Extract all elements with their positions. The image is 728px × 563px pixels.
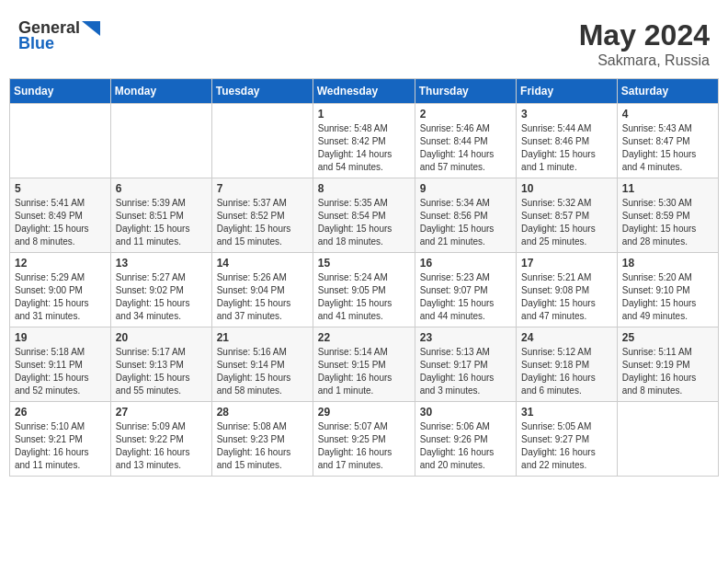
day-info: Sunrise: 5:46 AM Sunset: 8:44 PM Dayligh… bbox=[420, 122, 511, 174]
day-info: Sunrise: 5:26 AM Sunset: 9:04 PM Dayligh… bbox=[217, 271, 308, 323]
calendar-cell: 23Sunrise: 5:13 AM Sunset: 9:17 PM Dayli… bbox=[415, 327, 516, 402]
calendar-cell: 17Sunrise: 5:21 AM Sunset: 9:08 PM Dayli… bbox=[517, 253, 618, 327]
day-number: 1 bbox=[318, 108, 410, 121]
calendar-cell bbox=[10, 104, 111, 178]
calendar-cell: 20Sunrise: 5:17 AM Sunset: 9:13 PM Dayli… bbox=[110, 327, 211, 402]
calendar-cell: 14Sunrise: 5:26 AM Sunset: 9:04 PM Dayli… bbox=[211, 253, 313, 327]
calendar-cell: 2Sunrise: 5:46 AM Sunset: 8:44 PM Daylig… bbox=[415, 104, 516, 178]
day-info: Sunrise: 5:35 AM Sunset: 8:54 PM Dayligh… bbox=[318, 197, 410, 248]
calendar-cell: 22Sunrise: 5:14 AM Sunset: 9:15 PM Dayli… bbox=[313, 327, 415, 402]
calendar-cell: 6Sunrise: 5:39 AM Sunset: 8:51 PM Daylig… bbox=[110, 178, 211, 253]
calendar-cell: 1Sunrise: 5:48 AM Sunset: 8:42 PM Daylig… bbox=[313, 104, 415, 178]
calendar-cell: 15Sunrise: 5:24 AM Sunset: 9:05 PM Dayli… bbox=[313, 253, 415, 327]
day-number: 20 bbox=[116, 331, 207, 344]
day-info: Sunrise: 5:20 AM Sunset: 9:10 PM Dayligh… bbox=[622, 271, 713, 323]
calendar-cell bbox=[110, 104, 211, 178]
day-number: 15 bbox=[318, 257, 410, 270]
day-number: 5 bbox=[15, 182, 106, 195]
day-info: Sunrise: 5:10 AM Sunset: 9:21 PM Dayligh… bbox=[15, 420, 106, 472]
calendar-cell: 8Sunrise: 5:35 AM Sunset: 8:54 PM Daylig… bbox=[313, 178, 415, 253]
title-block: May 2024 Sakmara, Russia bbox=[579, 18, 710, 69]
page-header: General Blue May 2024 Sakmara, Russia bbox=[9, 9, 719, 74]
day-info: Sunrise: 5:44 AM Sunset: 8:46 PM Dayligh… bbox=[521, 122, 612, 174]
day-number: 14 bbox=[217, 257, 308, 270]
day-number: 10 bbox=[521, 182, 612, 195]
day-number: 24 bbox=[521, 331, 612, 344]
calendar-cell: 31Sunrise: 5:05 AM Sunset: 9:27 PM Dayli… bbox=[517, 402, 618, 477]
day-number: 18 bbox=[622, 257, 713, 270]
day-info: Sunrise: 5:12 AM Sunset: 9:18 PM Dayligh… bbox=[521, 346, 612, 397]
day-number: 30 bbox=[420, 406, 511, 419]
calendar-cell: 26Sunrise: 5:10 AM Sunset: 9:21 PM Dayli… bbox=[10, 402, 111, 477]
day-info: Sunrise: 5:23 AM Sunset: 9:07 PM Dayligh… bbox=[420, 271, 511, 323]
column-header-wednesday: Wednesday bbox=[313, 79, 415, 104]
column-header-saturday: Saturday bbox=[617, 79, 718, 104]
day-number: 7 bbox=[217, 182, 308, 195]
logo-flag-icon bbox=[82, 21, 100, 36]
month-year-title: May 2024 bbox=[579, 18, 710, 52]
day-info: Sunrise: 5:21 AM Sunset: 9:08 PM Dayligh… bbox=[521, 271, 612, 323]
day-number: 17 bbox=[521, 257, 612, 270]
day-info: Sunrise: 5:07 AM Sunset: 9:25 PM Dayligh… bbox=[318, 420, 410, 472]
calendar-header-row: SundayMondayTuesdayWednesdayThursdayFrid… bbox=[10, 79, 719, 104]
day-number: 31 bbox=[521, 406, 612, 419]
calendar-cell: 30Sunrise: 5:06 AM Sunset: 9:26 PM Dayli… bbox=[415, 402, 516, 477]
day-info: Sunrise: 5:09 AM Sunset: 9:22 PM Dayligh… bbox=[116, 420, 207, 472]
day-number: 11 bbox=[622, 182, 713, 195]
calendar-cell: 13Sunrise: 5:27 AM Sunset: 9:02 PM Dayli… bbox=[110, 253, 211, 327]
day-number: 8 bbox=[318, 182, 410, 195]
day-info: Sunrise: 5:17 AM Sunset: 9:13 PM Dayligh… bbox=[116, 346, 207, 397]
day-info: Sunrise: 5:13 AM Sunset: 9:17 PM Dayligh… bbox=[420, 346, 511, 397]
day-info: Sunrise: 5:29 AM Sunset: 9:00 PM Dayligh… bbox=[15, 271, 106, 323]
day-info: Sunrise: 5:14 AM Sunset: 9:15 PM Dayligh… bbox=[318, 346, 410, 397]
calendar-cell: 19Sunrise: 5:18 AM Sunset: 9:11 PM Dayli… bbox=[10, 327, 111, 402]
day-info: Sunrise: 5:08 AM Sunset: 9:23 PM Dayligh… bbox=[217, 420, 308, 472]
day-number: 13 bbox=[116, 257, 207, 270]
day-number: 19 bbox=[15, 331, 106, 344]
day-number: 21 bbox=[217, 331, 308, 344]
day-info: Sunrise: 5:06 AM Sunset: 9:26 PM Dayligh… bbox=[420, 420, 511, 472]
day-info: Sunrise: 5:43 AM Sunset: 8:47 PM Dayligh… bbox=[622, 122, 713, 174]
calendar-cell: 7Sunrise: 5:37 AM Sunset: 8:52 PM Daylig… bbox=[211, 178, 313, 253]
day-number: 22 bbox=[318, 331, 410, 344]
day-number: 27 bbox=[116, 406, 207, 419]
calendar-cell: 4Sunrise: 5:43 AM Sunset: 8:47 PM Daylig… bbox=[617, 104, 718, 178]
calendar-cell: 29Sunrise: 5:07 AM Sunset: 9:25 PM Dayli… bbox=[313, 402, 415, 477]
calendar-week-row: 19Sunrise: 5:18 AM Sunset: 9:11 PM Dayli… bbox=[10, 327, 719, 402]
day-number: 26 bbox=[15, 406, 106, 419]
day-number: 16 bbox=[420, 257, 511, 270]
day-info: Sunrise: 5:41 AM Sunset: 8:49 PM Dayligh… bbox=[15, 197, 106, 248]
calendar-table: SundayMondayTuesdayWednesdayThursdayFrid… bbox=[9, 78, 719, 477]
column-header-sunday: Sunday bbox=[10, 79, 111, 104]
location-subtitle: Sakmara, Russia bbox=[579, 52, 710, 69]
day-number: 25 bbox=[622, 331, 713, 344]
day-info: Sunrise: 5:32 AM Sunset: 8:57 PM Dayligh… bbox=[521, 197, 612, 248]
calendar-cell: 5Sunrise: 5:41 AM Sunset: 8:49 PM Daylig… bbox=[10, 178, 111, 253]
calendar-cell: 16Sunrise: 5:23 AM Sunset: 9:07 PM Dayli… bbox=[415, 253, 516, 327]
logo: General Blue bbox=[18, 18, 100, 53]
day-info: Sunrise: 5:34 AM Sunset: 8:56 PM Dayligh… bbox=[420, 197, 511, 248]
calendar-cell bbox=[617, 402, 718, 477]
day-info: Sunrise: 5:18 AM Sunset: 9:11 PM Dayligh… bbox=[15, 346, 106, 397]
day-info: Sunrise: 5:48 AM Sunset: 8:42 PM Dayligh… bbox=[318, 122, 410, 174]
day-info: Sunrise: 5:39 AM Sunset: 8:51 PM Dayligh… bbox=[116, 197, 207, 248]
day-info: Sunrise: 5:05 AM Sunset: 9:27 PM Dayligh… bbox=[521, 420, 612, 472]
day-info: Sunrise: 5:27 AM Sunset: 9:02 PM Dayligh… bbox=[116, 271, 207, 323]
column-header-thursday: Thursday bbox=[415, 79, 516, 104]
day-info: Sunrise: 5:11 AM Sunset: 9:19 PM Dayligh… bbox=[622, 346, 713, 397]
day-info: Sunrise: 5:24 AM Sunset: 9:05 PM Dayligh… bbox=[318, 271, 410, 323]
calendar-cell: 18Sunrise: 5:20 AM Sunset: 9:10 PM Dayli… bbox=[617, 253, 718, 327]
day-number: 28 bbox=[217, 406, 308, 419]
calendar-week-row: 12Sunrise: 5:29 AM Sunset: 9:00 PM Dayli… bbox=[10, 253, 719, 327]
day-number: 3 bbox=[521, 108, 612, 121]
calendar-week-row: 5Sunrise: 5:41 AM Sunset: 8:49 PM Daylig… bbox=[10, 178, 719, 253]
calendar-cell: 3Sunrise: 5:44 AM Sunset: 8:46 PM Daylig… bbox=[517, 104, 618, 178]
day-number: 2 bbox=[420, 108, 511, 121]
calendar-cell: 9Sunrise: 5:34 AM Sunset: 8:56 PM Daylig… bbox=[415, 178, 516, 253]
calendar-cell: 24Sunrise: 5:12 AM Sunset: 9:18 PM Dayli… bbox=[517, 327, 618, 402]
day-number: 6 bbox=[116, 182, 207, 195]
svg-marker-0 bbox=[82, 21, 100, 36]
calendar-cell: 12Sunrise: 5:29 AM Sunset: 9:00 PM Dayli… bbox=[10, 253, 111, 327]
calendar-cell: 21Sunrise: 5:16 AM Sunset: 9:14 PM Dayli… bbox=[211, 327, 313, 402]
calendar-cell: 10Sunrise: 5:32 AM Sunset: 8:57 PM Dayli… bbox=[517, 178, 618, 253]
